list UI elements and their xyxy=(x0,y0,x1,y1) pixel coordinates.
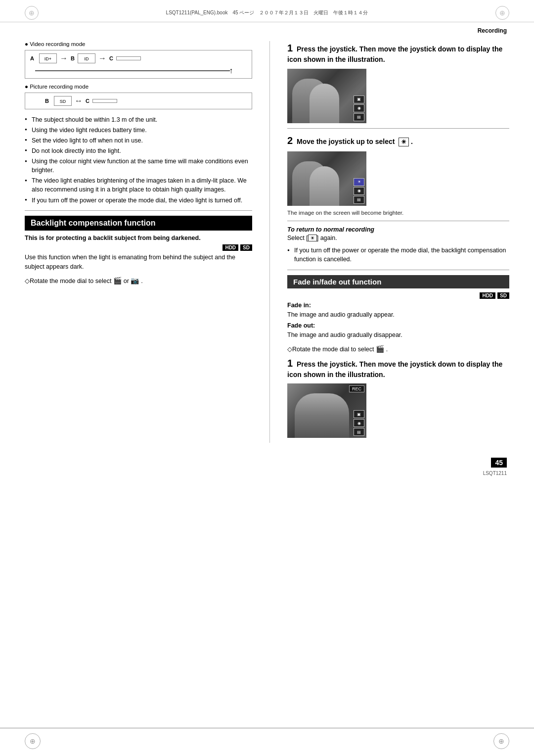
step-2-number: 2 xyxy=(287,135,293,146)
fade-in-text: The image and audio gradually appear. xyxy=(287,311,395,318)
arrow-1: → xyxy=(60,54,68,63)
step-2-header: 2 Move the joystick up to select ☀ . xyxy=(287,134,509,147)
backlight-section: Backlight compensation function This is … xyxy=(25,216,252,286)
camera-controls-overlay: ▣ ◉ ▤ xyxy=(354,95,364,121)
fade-badges: HDD SD xyxy=(287,292,509,299)
step-2-divider xyxy=(287,221,509,221)
sd-badge: SD xyxy=(240,244,252,251)
fade-cam-controls: ▣ ◉ ▤ xyxy=(354,410,364,436)
diagram-box-c xyxy=(116,56,141,60)
step-1-header: 1 Press the joystick. Then move the joys… xyxy=(287,41,509,65)
fade-hdd-badge: HDD xyxy=(480,292,495,299)
return-text: Select [☀] again. xyxy=(287,235,509,241)
camera-btn-1: ▣ xyxy=(354,95,364,103)
p-diagram-box-c xyxy=(92,99,117,103)
fade-step-1-header: 1 Press the joystick. Then move the joys… xyxy=(287,356,509,380)
fade-step-1: 1 Press the joystick. Then move the joys… xyxy=(287,356,509,438)
hdd-badge: HDD xyxy=(222,244,238,251)
girl-silhouette xyxy=(295,393,349,438)
bullet-3: Set the video light to off when not in u… xyxy=(25,135,252,145)
fade-section: Fade in/fade out function HDD SD Fade in… xyxy=(287,275,509,438)
p-arrow: ↔ xyxy=(75,96,83,105)
p-diagram-label-b: B xyxy=(45,98,49,104)
fade-step-image: REC ▣ ◉ ▤ xyxy=(287,383,366,438)
diagram-label-b: B xyxy=(71,55,75,61)
divider-1 xyxy=(25,210,252,211)
picture-diagram: B SD ↔ C xyxy=(25,93,252,109)
diagram-label-c: C xyxy=(109,55,113,61)
photo-icon: 📷 xyxy=(131,277,141,284)
fade-step-1-text: Press the joystick. Then move the joysti… xyxy=(287,360,502,378)
video-icon: 🎬 xyxy=(113,277,124,284)
fade-video-icon: 🎬 xyxy=(376,345,386,353)
person-2-silhouette xyxy=(310,84,339,123)
fade-divider xyxy=(287,270,509,270)
bullet-2: Using the video light reduces battery ti… xyxy=(25,125,252,135)
diagram-box-a: ID+ xyxy=(39,53,57,63)
right-bullets: If you turn off the power or operate the… xyxy=(287,245,509,265)
step-2-caption: The image on the screen will become brig… xyxy=(287,210,509,216)
fade-top-controls: REC xyxy=(349,385,364,392)
fade-in-def: Fade in: The image and audio gradually a… xyxy=(287,301,509,320)
right-column: 1 Press the joystick. Then move the joys… xyxy=(287,41,509,443)
camera-btn-2: ◉ xyxy=(354,104,364,112)
bottom-reg-left: ⊕ xyxy=(25,733,41,749)
main-content: ● Video recording mode A ID+ → B ID xyxy=(0,36,534,453)
step-1-divider xyxy=(287,128,509,129)
fade-out-def: Fade out: The image and audio gradually … xyxy=(287,321,509,340)
person-2b-silhouette xyxy=(310,166,339,206)
notes-list: The subject should be within 1.3 m of th… xyxy=(25,114,252,205)
bottom-registration: ⊕ ⊕ xyxy=(0,728,534,749)
camera-btn-3b: ▤ xyxy=(354,196,364,204)
right-bullet-1: If you turn off the power or operate the… xyxy=(287,245,509,265)
fade-out-text: The image and audio gradually disappear. xyxy=(287,331,402,338)
fade-sd-badge: SD xyxy=(497,292,509,299)
fade-rotate-instruction: ◇Rotate the mode dial to select 🎬 . xyxy=(287,344,509,354)
bullet-5: Using the colour night view function at … xyxy=(25,156,252,176)
reg-mark-left xyxy=(25,6,39,20)
camera-btn-2b: ◉ xyxy=(354,187,364,195)
fade-btn-2: ◉ xyxy=(354,419,364,427)
video-diagram: A ID+ → B ID → C xyxy=(25,50,252,79)
return-normal: To return to normal recording Select [☀]… xyxy=(287,226,509,241)
page: LSQT1211(PAL_ENG).book 45 ページ ２００７年２月１３日… xyxy=(0,0,534,756)
fade-in-label: Fade in: xyxy=(287,302,311,309)
camera-controls-overlay-2: ☀ ◉ ▤ xyxy=(354,178,364,204)
page-number-area: 45 LSQT1211 xyxy=(0,458,534,476)
backlight-badges: HDD SD xyxy=(25,244,252,251)
diagram-label-a: A xyxy=(30,55,34,61)
backlight-title: Backlight compensation function xyxy=(25,216,252,231)
reg-mark-right xyxy=(495,6,509,20)
diagram-box-b: ID xyxy=(78,53,95,63)
bullet-6: The video light enables brightening of t… xyxy=(25,176,252,195)
backlight-description: Use this function when the light is eman… xyxy=(25,253,252,272)
top-registration: LSQT1211(PAL_ENG).book 45 ページ ２００７年２月１３日… xyxy=(0,0,534,22)
header-file-info: LSQT1211(PAL_ENG).book 45 ページ ２００７年２月１３日… xyxy=(166,9,368,16)
bullet-4: Do not look directly into the light. xyxy=(25,145,252,156)
picture-mode-label: ● Picture recording mode xyxy=(25,84,252,90)
step-1: 1 Press the joystick. Then move the joys… xyxy=(287,41,509,123)
fade-btn-3: ▤ xyxy=(354,428,364,436)
arrow-2: → xyxy=(98,54,106,63)
section-label: Recording xyxy=(0,25,534,36)
page-number-sub: LSQT1211 xyxy=(0,471,534,476)
step-2-icon: ☀ xyxy=(399,138,411,145)
fade-btn-1: ▣ xyxy=(354,410,364,418)
fade-title: Fade in/fade out function xyxy=(287,275,509,288)
p-diagram-box-b: SD xyxy=(54,96,72,106)
fade-out-label: Fade out: xyxy=(287,322,315,329)
bottom-reg-right: ⊕ xyxy=(493,733,509,749)
fade-step-1-number: 1 xyxy=(287,358,293,369)
camera-btn-active: ☀ xyxy=(354,178,364,186)
p-diagram-label-c: C xyxy=(86,98,89,104)
step-1-number: 1 xyxy=(287,43,293,53)
step-2-text: Move the joystick up to select xyxy=(297,138,395,145)
page-number: 45 xyxy=(491,458,507,468)
bullet-7: If you turn off the power or operate the… xyxy=(25,195,252,205)
step-2: 2 Move the joystick up to select ☀ . ☀ ◉… xyxy=(287,134,509,216)
rotate-instruction: ◇Rotate the mode dial to select 🎬 or 📷 . xyxy=(25,276,252,286)
step-2-image: ☀ ◉ ▤ xyxy=(287,151,366,206)
backlight-subtitle: This is for protecting a backlit subject… xyxy=(25,235,252,241)
return-title: To return to normal recording xyxy=(287,226,509,233)
bullet-1: The subject should be within 1.3 m of th… xyxy=(25,114,252,125)
